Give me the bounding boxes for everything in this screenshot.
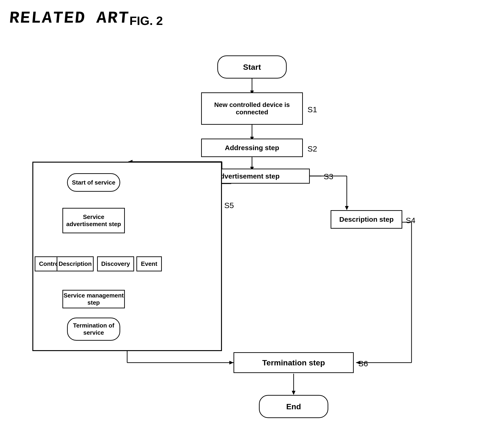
description-label: Description (58, 260, 91, 268)
end-shape: End (259, 395, 328, 418)
page-container: RELATED ART FIG. 2 (0, 0, 504, 443)
discovery-shape: Discovery (97, 256, 134, 271)
s4-step-label: S4 (406, 216, 415, 225)
s5-step-label: S5 (224, 201, 234, 210)
s1-shape: New controlled device is connected (201, 92, 303, 125)
figure-label: FIG. 2 (129, 14, 163, 28)
s3-step-label: S3 (324, 172, 333, 181)
s2-label: Addressing step (225, 144, 279, 152)
discovery-label: Discovery (101, 260, 130, 268)
s2-step-label: S2 (307, 144, 317, 153)
svg-marker-19 (229, 361, 234, 364)
start-shape: Start (217, 55, 287, 79)
s6-shape: Termination step (234, 352, 354, 373)
s4-label: Description step (339, 216, 394, 223)
event-shape: Event (136, 256, 162, 271)
s4-shape: Description step (331, 210, 402, 229)
s1-step-label: S1 (307, 105, 317, 114)
s6-step-label: S6 (358, 359, 368, 368)
service-ad-shape: Service advertisement step (62, 208, 125, 233)
service-ad-label: Service advertisement step (64, 213, 123, 228)
description-shape: Description (57, 256, 94, 271)
start-label: Start (243, 63, 261, 72)
s1-label: New controlled device is connected (204, 101, 300, 116)
start-service-label: Start of service (72, 179, 115, 186)
s3-label: Advertisement step (215, 172, 280, 180)
service-mgmt-label: Service management step (63, 292, 124, 306)
service-mgmt-shape: Service management step (62, 290, 125, 308)
related-art-label: RELATED ART (9, 9, 130, 28)
s2-shape: Addressing step (201, 138, 303, 157)
start-service-shape: Start of service (67, 173, 120, 192)
svg-marker-12 (345, 206, 349, 210)
svg-marker-21 (292, 391, 295, 395)
termination-service-shape: Termination of service (67, 318, 120, 341)
s6-label: Termination step (262, 358, 325, 367)
event-label: Event (141, 260, 158, 268)
termination-service-label: Termination of service (69, 322, 118, 336)
end-label: End (286, 402, 301, 411)
